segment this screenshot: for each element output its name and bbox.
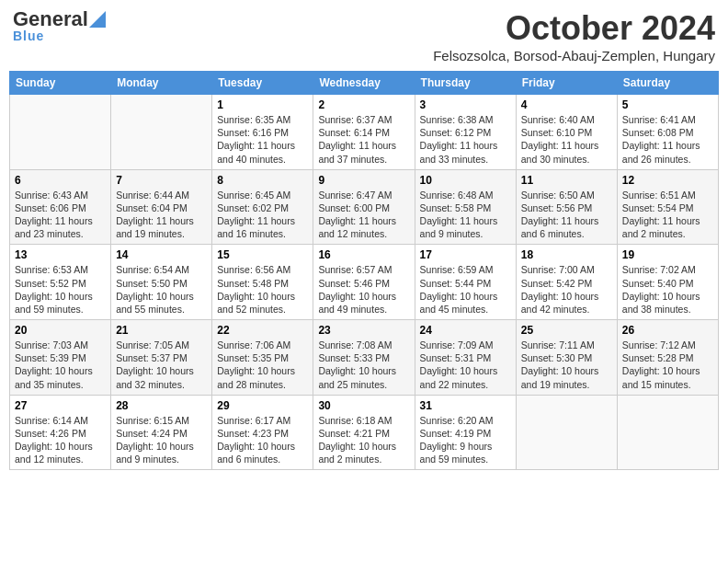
table-row: 1Sunrise: 6:35 AMSunset: 6:16 PMDaylight…	[212, 95, 313, 170]
col-wednesday: Wednesday	[313, 72, 415, 95]
day-info: Sunrise: 6:50 AMSunset: 5:56 PMDaylight:…	[521, 189, 612, 241]
day-number: 5	[622, 98, 713, 111]
day-info: Sunrise: 6:35 AMSunset: 6:16 PMDaylight:…	[217, 113, 308, 166]
table-row: 30Sunrise: 6:18 AMSunset: 4:21 PMDayligh…	[313, 395, 415, 470]
day-info: Sunrise: 6:18 AMSunset: 4:21 PMDaylight:…	[318, 414, 409, 466]
table-row: 11Sunrise: 6:50 AMSunset: 5:56 PMDayligh…	[516, 169, 617, 245]
day-number: 14	[116, 248, 207, 261]
day-info: Sunrise: 6:48 AMSunset: 5:58 PMDaylight:…	[420, 189, 511, 241]
day-info: Sunrise: 6:53 AMSunset: 5:52 PMDaylight:…	[15, 263, 106, 316]
day-info: Sunrise: 7:02 AMSunset: 5:40 PMDaylight:…	[622, 263, 713, 316]
day-info: Sunrise: 7:12 AMSunset: 5:28 PMDaylight:…	[622, 339, 713, 391]
logo-general: General	[13, 9, 88, 29]
calendar-table: Sunday Monday Tuesday Wednesday Thursday…	[9, 71, 719, 470]
calendar-week-4: 20Sunrise: 7:03 AMSunset: 5:39 PMDayligh…	[10, 320, 719, 396]
day-info: Sunrise: 7:11 AMSunset: 5:30 PMDaylight:…	[521, 339, 612, 391]
day-number: 7	[116, 174, 207, 187]
day-number: 13	[15, 248, 106, 261]
table-row: 16Sunrise: 6:57 AMSunset: 5:46 PMDayligh…	[313, 245, 415, 320]
day-number: 9	[318, 174, 409, 187]
day-info: Sunrise: 6:41 AMSunset: 6:08 PMDaylight:…	[622, 113, 713, 166]
table-row: 10Sunrise: 6:48 AMSunset: 5:58 PMDayligh…	[415, 169, 516, 245]
day-info: Sunrise: 6:17 AMSunset: 4:23 PMDaylight:…	[217, 414, 308, 466]
svg-marker-0	[89, 11, 106, 28]
table-row: 25Sunrise: 7:11 AMSunset: 5:30 PMDayligh…	[516, 320, 617, 396]
day-info: Sunrise: 6:38 AMSunset: 6:12 PMDaylight:…	[420, 113, 511, 166]
day-number: 12	[622, 174, 713, 187]
day-info: Sunrise: 7:09 AMSunset: 5:31 PMDaylight:…	[420, 339, 511, 391]
day-number: 11	[521, 174, 612, 187]
day-info: Sunrise: 6:43 AMSunset: 6:06 PMDaylight:…	[15, 189, 106, 241]
table-row: 7Sunrise: 6:44 AMSunset: 6:04 PMDaylight…	[111, 169, 212, 245]
day-info: Sunrise: 6:54 AMSunset: 5:50 PMDaylight:…	[116, 263, 207, 316]
title-block: October 2024 Felsozsolca, Borsod-Abauj-Z…	[433, 9, 715, 63]
table-row: 14Sunrise: 6:54 AMSunset: 5:50 PMDayligh…	[111, 245, 212, 320]
table-row: 28Sunrise: 6:15 AMSunset: 4:24 PMDayligh…	[111, 395, 212, 470]
day-info: Sunrise: 7:05 AMSunset: 5:37 PMDaylight:…	[116, 339, 207, 391]
col-friday: Friday	[516, 72, 617, 95]
table-row	[111, 95, 212, 170]
table-row	[617, 395, 718, 470]
col-monday: Monday	[111, 72, 212, 95]
day-info: Sunrise: 6:44 AMSunset: 6:04 PMDaylight:…	[116, 189, 207, 241]
day-info: Sunrise: 6:56 AMSunset: 5:48 PMDaylight:…	[217, 263, 308, 316]
day-info: Sunrise: 6:51 AMSunset: 5:54 PMDaylight:…	[622, 189, 713, 241]
day-number: 19	[622, 248, 713, 261]
day-number: 1	[217, 98, 308, 111]
day-info: Sunrise: 6:57 AMSunset: 5:46 PMDaylight:…	[318, 263, 409, 316]
day-number: 15	[217, 248, 308, 261]
table-row: 21Sunrise: 7:05 AMSunset: 5:37 PMDayligh…	[111, 320, 212, 396]
table-row: 15Sunrise: 6:56 AMSunset: 5:48 PMDayligh…	[212, 245, 313, 320]
calendar-week-5: 27Sunrise: 6:14 AMSunset: 4:26 PMDayligh…	[10, 395, 719, 470]
table-row: 4Sunrise: 6:40 AMSunset: 6:10 PMDaylight…	[516, 95, 617, 170]
day-number: 3	[420, 98, 511, 111]
day-number: 28	[116, 399, 207, 412]
table-row: 19Sunrise: 7:02 AMSunset: 5:40 PMDayligh…	[617, 245, 718, 320]
day-number: 8	[217, 174, 308, 187]
day-info: Sunrise: 6:14 AMSunset: 4:26 PMDaylight:…	[15, 414, 106, 466]
day-info: Sunrise: 6:37 AMSunset: 6:14 PMDaylight:…	[318, 113, 409, 166]
day-info: Sunrise: 6:45 AMSunset: 6:02 PMDaylight:…	[217, 189, 308, 241]
day-number: 26	[622, 324, 713, 337]
month-title: October 2024	[433, 9, 715, 48]
day-number: 17	[420, 248, 511, 261]
day-number: 30	[318, 399, 409, 412]
table-row: 20Sunrise: 7:03 AMSunset: 5:39 PMDayligh…	[10, 320, 111, 396]
table-row: 18Sunrise: 7:00 AMSunset: 5:42 PMDayligh…	[516, 245, 617, 320]
calendar-week-3: 13Sunrise: 6:53 AMSunset: 5:52 PMDayligh…	[10, 245, 719, 320]
location: Felsozsolca, Borsod-Abauj-Zemplen, Hunga…	[433, 48, 715, 63]
col-saturday: Saturday	[617, 72, 718, 95]
table-row: 23Sunrise: 7:08 AMSunset: 5:33 PMDayligh…	[313, 320, 415, 396]
day-info: Sunrise: 7:08 AMSunset: 5:33 PMDaylight:…	[318, 339, 409, 391]
day-number: 23	[318, 324, 409, 337]
day-number: 18	[521, 248, 612, 261]
table-row: 29Sunrise: 6:17 AMSunset: 4:23 PMDayligh…	[212, 395, 313, 470]
table-row: 27Sunrise: 6:14 AMSunset: 4:26 PMDayligh…	[10, 395, 111, 470]
day-info: Sunrise: 6:15 AMSunset: 4:24 PMDaylight:…	[116, 414, 207, 466]
day-info: Sunrise: 6:47 AMSunset: 6:00 PMDaylight:…	[318, 189, 409, 241]
table-row: 8Sunrise: 6:45 AMSunset: 6:02 PMDaylight…	[212, 169, 313, 245]
day-number: 25	[521, 324, 612, 337]
table-row: 17Sunrise: 6:59 AMSunset: 5:44 PMDayligh…	[415, 245, 516, 320]
col-tuesday: Tuesday	[212, 72, 313, 95]
day-number: 2	[318, 98, 409, 111]
day-info: Sunrise: 6:59 AMSunset: 5:44 PMDaylight:…	[420, 263, 511, 316]
day-info: Sunrise: 7:00 AMSunset: 5:42 PMDaylight:…	[521, 263, 612, 316]
day-info: Sunrise: 6:40 AMSunset: 6:10 PMDaylight:…	[521, 113, 612, 166]
calendar-header-row: Sunday Monday Tuesday Wednesday Thursday…	[10, 72, 719, 95]
table-row: 13Sunrise: 6:53 AMSunset: 5:52 PMDayligh…	[10, 245, 111, 320]
day-number: 16	[318, 248, 409, 261]
col-sunday: Sunday	[10, 72, 111, 95]
calendar-week-2: 6Sunrise: 6:43 AMSunset: 6:06 PMDaylight…	[10, 169, 719, 245]
table-row: 26Sunrise: 7:12 AMSunset: 5:28 PMDayligh…	[617, 320, 718, 396]
col-thursday: Thursday	[415, 72, 516, 95]
day-number: 10	[420, 174, 511, 187]
day-number: 31	[420, 399, 511, 412]
table-row: 6Sunrise: 6:43 AMSunset: 6:06 PMDaylight…	[10, 169, 111, 245]
table-row	[10, 95, 111, 170]
logo-icon	[89, 7, 106, 28]
table-row: 31Sunrise: 6:20 AMSunset: 4:19 PMDayligh…	[415, 395, 516, 470]
day-number: 4	[521, 98, 612, 111]
logo: General Blue	[13, 9, 106, 42]
day-number: 29	[217, 399, 308, 412]
